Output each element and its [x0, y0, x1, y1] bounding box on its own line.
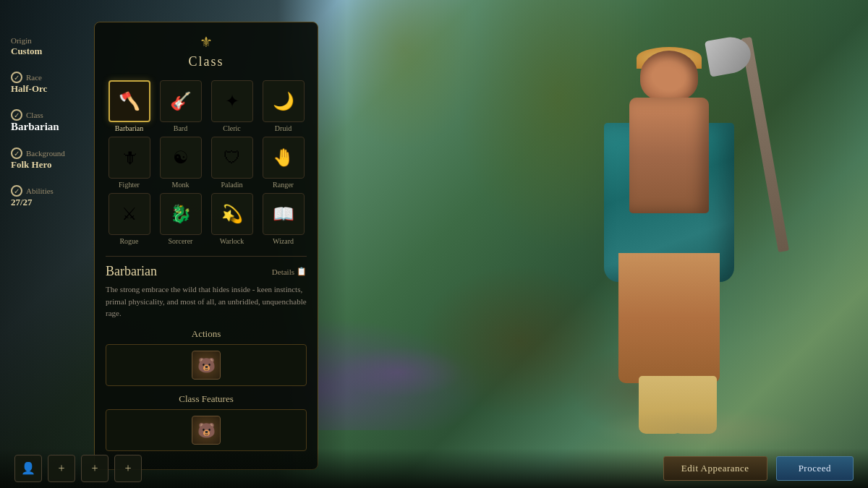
add-button-3[interactable]: +	[114, 455, 142, 482]
actions-title: Actions	[106, 328, 307, 340]
edit-appearance-button[interactable]: Edit Appearance	[663, 456, 767, 481]
actions-icon[interactable]: 🐻	[192, 351, 221, 380]
sidebar-background-value: Folk Hero	[11, 159, 51, 171]
druid-label: Druid	[275, 124, 292, 132]
sidebar: Origin Custom ✓ Race Half-Orc ✓ Class Ba…	[11, 36, 90, 223]
bottom-action-buttons: Edit Appearance Proceed	[663, 456, 854, 481]
class-item-paladin[interactable]: 🛡 Paladin	[208, 137, 255, 189]
ranger-icon-wrap[interactable]: 🤚	[263, 137, 305, 179]
details-button[interactable]: Details 📋	[272, 267, 307, 276]
add-button-1[interactable]: +	[48, 455, 75, 482]
proceed-button[interactable]: Proceed	[776, 456, 854, 481]
fighter-label: Fighter	[119, 181, 140, 189]
sidebar-item-race[interactable]: ✓ Race Half-Orc	[11, 72, 90, 95]
paladin-icon-wrap[interactable]: 🛡	[211, 137, 253, 179]
sidebar-abilities-value: 27/27	[11, 197, 33, 208]
bard-icon: 🎸	[170, 91, 192, 111]
cleric-label: Cleric	[223, 124, 240, 132]
class-check-icon: ✓	[11, 109, 22, 121]
class-item-druid[interactable]: 🌙 Druid	[260, 80, 307, 132]
sidebar-abilities-check-row: ✓ Abilities	[11, 185, 54, 197]
warlock-icon-wrap[interactable]: 💫	[211, 193, 253, 235]
add-icon-1: +	[58, 462, 64, 475]
sorcerer-icon-wrap[interactable]: 🐉	[160, 193, 202, 235]
barbarian-icon: 🪓	[119, 91, 140, 111]
character-torso	[629, 98, 709, 213]
class-desc-name: Barbarian	[106, 264, 157, 279]
class-item-wizard[interactable]: 📖 Wizard	[260, 193, 307, 245]
druid-icon: 🌙	[273, 91, 294, 111]
class-item-warlock[interactable]: 💫 Warlock	[208, 193, 255, 245]
sidebar-origin-value: Custom	[11, 46, 42, 57]
character-head	[640, 51, 698, 101]
sidebar-race-value: Half-Orc	[11, 83, 47, 95]
rogue-icon-wrap[interactable]: ⚔	[109, 193, 150, 235]
class-features-icon[interactable]: 🐻	[192, 416, 221, 445]
barbarian-label: Barbarian	[115, 124, 143, 132]
class-item-barbarian[interactable]: 🪓 Barbarian	[106, 80, 153, 132]
sidebar-origin-label: Origin	[11, 36, 32, 45]
sidebar-class-value: Barbarian	[11, 121, 59, 133]
class-features-icon-symbol: 🐻	[197, 421, 216, 439]
rogue-icon: ⚔	[122, 204, 137, 224]
background-check-icon: ✓	[11, 147, 22, 159]
paladin-label: Paladin	[221, 181, 243, 189]
class-item-rogue[interactable]: ⚔ Rogue	[106, 193, 153, 245]
sidebar-class-label: Class	[26, 111, 43, 119]
class-desc-text: The strong embrace the wild that hides i…	[106, 283, 307, 320]
barbarian-icon-wrap[interactable]: 🪓	[109, 80, 150, 122]
actions-icons-box: 🐻	[106, 344, 307, 386]
sidebar-item-abilities[interactable]: ✓ Abilities 27/27	[11, 185, 90, 208]
class-desc-header: Barbarian Details 📋	[106, 264, 307, 279]
sorcerer-icon: 🐉	[170, 204, 192, 224]
cleric-icon-wrap[interactable]: ✦	[211, 80, 253, 122]
class-item-monk[interactable]: ☯ Monk	[157, 137, 204, 189]
monk-icon: ☯	[173, 147, 189, 168]
portrait-icon: 👤	[21, 461, 35, 475]
class-item-cleric[interactable]: ✦ Cleric	[208, 80, 255, 132]
fighter-icon: 🗡	[121, 147, 138, 168]
sidebar-item-origin[interactable]: Origin Custom	[11, 36, 90, 57]
sidebar-item-background[interactable]: ✓ Background Folk Hero	[11, 147, 90, 171]
sidebar-background-check-row: ✓ Background	[11, 147, 65, 159]
character-weapon	[741, 37, 789, 252]
ground-shadow	[593, 408, 810, 452]
class-grid: 🪓 Barbarian 🎸 Bard ✦ Cleric 🌙 Druid 🗡	[106, 80, 307, 245]
bottom-left-icons: 👤 + + +	[14, 455, 142, 482]
wizard-label: Wizard	[273, 237, 294, 245]
details-label: Details	[272, 267, 294, 276]
add-button-2[interactable]: +	[81, 455, 109, 482]
warlock-label: Warlock	[220, 237, 244, 245]
sorcerer-label: Sorcerer	[169, 237, 193, 245]
character-axe-head	[705, 34, 754, 77]
rogue-label: Rogue	[119, 237, 138, 245]
abilities-check-icon: ✓	[11, 185, 22, 197]
druid-icon-wrap[interactable]: 🌙	[263, 80, 305, 122]
class-item-bard[interactable]: 🎸 Bard	[157, 80, 204, 132]
ranger-label: Ranger	[273, 181, 294, 189]
class-features-section: Class Features 🐻	[106, 393, 307, 451]
bottom-bar: 👤 + + + Edit Appearance Proceed	[0, 448, 868, 488]
panel-ornament: ⚜	[106, 33, 307, 51]
sidebar-item-class[interactable]: ✓ Class Barbarian	[11, 109, 90, 133]
fighter-icon-wrap[interactable]: 🗡	[109, 137, 150, 179]
monk-icon-wrap[interactable]: ☯	[160, 137, 202, 179]
class-description-section: Barbarian Details 📋 The strong embrace t…	[106, 256, 307, 451]
bard-label: Bard	[174, 124, 187, 132]
sidebar-class-check-row: ✓ Class	[11, 109, 43, 121]
add-icon-3: +	[124, 462, 131, 475]
wizard-icon-wrap[interactable]: 📖	[263, 193, 305, 235]
class-item-ranger[interactable]: 🤚 Ranger	[260, 137, 307, 189]
paladin-icon: 🛡	[224, 147, 241, 168]
character-lower-body	[618, 253, 720, 383]
portrait-button[interactable]: 👤	[14, 455, 42, 482]
character-silhouette	[553, 29, 785, 448]
class-item-fighter[interactable]: 🗡 Fighter	[106, 137, 153, 189]
bard-icon-wrap[interactable]: 🎸	[160, 80, 202, 122]
class-features-icons-box: 🐻	[106, 409, 307, 451]
class-item-sorcerer[interactable]: 🐉 Sorcerer	[157, 193, 204, 245]
monk-label: Monk	[172, 181, 190, 189]
panel-title: Class	[106, 54, 307, 69]
ranger-icon: 🤚	[273, 147, 294, 168]
class-panel: ⚜ Class 🪓 Barbarian 🎸 Bard ✦ Cleric 🌙	[94, 22, 318, 470]
